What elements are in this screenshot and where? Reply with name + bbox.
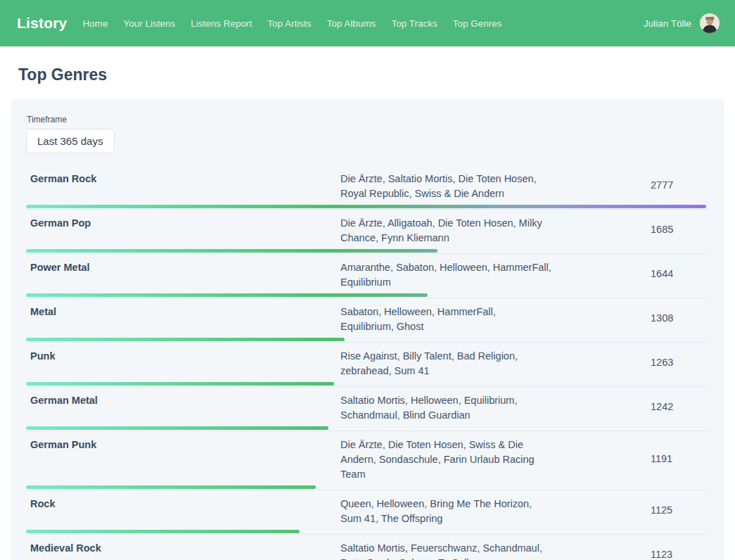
timeframe-select[interactable]: Last 365 days — [26, 129, 115, 153]
genre-name: Power Metal — [26, 258, 340, 290]
genre-listen-count: 1242 — [651, 400, 709, 414]
genre-listen-bar — [26, 530, 300, 533]
genre-top-artists: Amaranthe, Sabaton, Helloween, HammerFal… — [340, 258, 551, 290]
user-name[interactable]: Julian Tölle — [644, 18, 691, 29]
genre-listen-bar — [26, 205, 706, 208]
genre-listen-count: 1685 — [651, 222, 709, 237]
genre-top-artists: Rise Against, Billy Talent, Bad Religion… — [340, 347, 551, 378]
genre-table: German RockDie Ärzte, Saltatio Mortis, D… — [26, 165, 709, 560]
genre-listen-bar — [26, 249, 437, 253]
genre-row: Power MetalAmaranthe, Sabaton, Helloween… — [26, 254, 709, 298]
nav-item-listens-report[interactable]: Listens Report — [191, 18, 252, 29]
genre-listen-bar — [26, 426, 328, 430]
genre-name: German Punk — [26, 435, 340, 482]
genre-row: German PopDie Ärzte, Alligatoah, Die Tot… — [26, 210, 709, 254]
header-right: Julian Tölle — [644, 13, 720, 33]
genre-name: Medieval Rock — [26, 539, 340, 560]
top-genres-card: Timeframe Last 365 days German RockDie Ä… — [11, 99, 724, 560]
genre-listen-bar — [26, 485, 316, 489]
nav-item-top-tracks[interactable]: Top Tracks — [391, 18, 437, 29]
nav-item-home[interactable]: Home — [82, 18, 108, 29]
main-nav: HomeYour ListensListens ReportTop Artist… — [82, 18, 501, 29]
genre-name: Rock — [26, 495, 340, 526]
genre-name: German Metal — [26, 391, 340, 423]
user-avatar[interactable] — [700, 13, 720, 33]
genre-name: German Pop — [26, 214, 340, 246]
genre-listen-bar — [26, 293, 428, 297]
genre-listen-count: 1644 — [651, 267, 709, 281]
genre-top-artists: Die Ärzte, Die Toten Hosen, Swiss & Die … — [340, 435, 551, 482]
genre-listen-bar — [26, 338, 345, 341]
genre-listen-bar — [26, 382, 334, 386]
genre-row: German MetalSaltatio Mortis, Helloween, … — [26, 387, 709, 431]
genre-top-artists: Die Ärzte, Saltatio Mortis, Die Toten Ho… — [340, 170, 551, 201]
genre-name: Metal — [26, 303, 340, 334]
user-avatar-photo — [700, 13, 720, 33]
genre-row: Medieval RockSaltatio Mortis, Feuerschwa… — [26, 535, 709, 560]
genre-top-artists: Queen, Helloween, Bring Me The Horizon, … — [340, 495, 551, 526]
genre-listen-count: 1125 — [651, 503, 709, 518]
app-header: Listory HomeYour ListensListens ReportTo… — [0, 0, 735, 46]
genre-listen-count: 1123 — [651, 547, 709, 560]
genre-top-artists: Sabaton, Helloween, HammerFall, Equilibr… — [340, 303, 551, 334]
genre-row: MetalSabaton, Helloween, HammerFall, Equ… — [26, 298, 709, 343]
genre-row: RockQueen, Helloween, Bring Me The Horiz… — [26, 490, 709, 535]
page-title: Top Genres — [18, 65, 735, 84]
genre-top-artists: Die Ärzte, Alligatoah, Die Toten Hosen, … — [340, 214, 551, 246]
genre-top-artists: Saltatio Mortis, Helloween, Equilibrium,… — [340, 391, 551, 423]
genre-listen-count: 1308 — [651, 311, 709, 326]
timeframe-label: Timeframe — [27, 115, 709, 125]
genre-row: German PunkDie Ärzte, Die Toten Hosen, S… — [26, 431, 709, 490]
genre-row: PunkRise Against, Billy Talent, Bad Reli… — [26, 343, 709, 387]
genre-listen-count: 2777 — [651, 178, 709, 193]
genre-name: Punk — [26, 347, 340, 378]
genre-row: German RockDie Ärzte, Saltatio Mortis, D… — [26, 165, 709, 210]
nav-item-top-artists[interactable]: Top Artists — [267, 18, 311, 29]
genre-listen-count: 1191 — [651, 452, 709, 466]
nav-item-top-albums[interactable]: Top Albums — [327, 18, 376, 29]
nav-item-top-genres[interactable]: Top Genres — [453, 18, 502, 29]
app-logo[interactable]: Listory — [17, 15, 67, 32]
nav-item-your-listens[interactable]: Your Listens — [123, 18, 175, 29]
genre-listen-count: 1263 — [651, 355, 709, 370]
genre-top-artists: Saltatio Mortis, Feuerschwanz, Schandmau… — [340, 539, 551, 560]
genre-name: German Rock — [26, 170, 340, 201]
